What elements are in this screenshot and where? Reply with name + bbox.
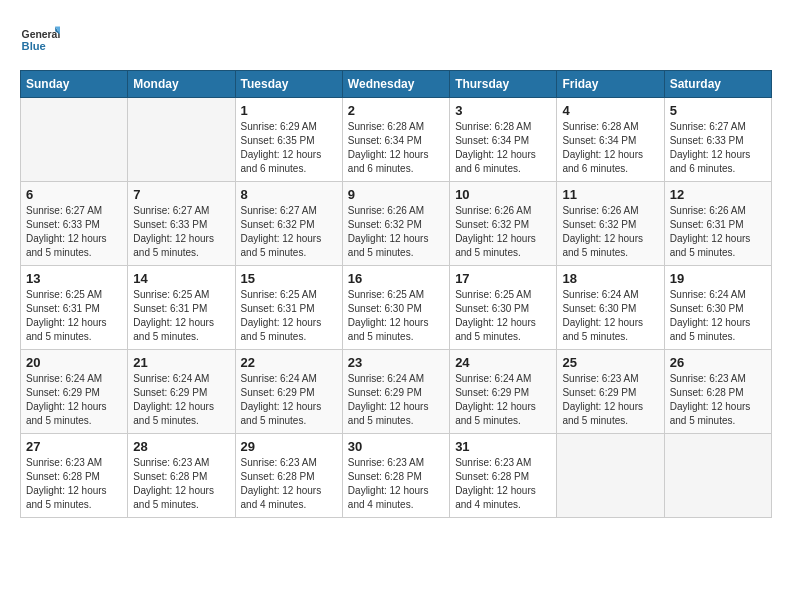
header-day-friday: Friday	[557, 71, 664, 98]
day-info: Sunrise: 6:25 AM Sunset: 6:30 PM Dayligh…	[348, 288, 444, 344]
page-header: General Blue	[20, 20, 772, 60]
day-cell	[21, 98, 128, 182]
day-cell: 1Sunrise: 6:29 AM Sunset: 6:35 PM Daylig…	[235, 98, 342, 182]
day-info: Sunrise: 6:25 AM Sunset: 6:31 PM Dayligh…	[133, 288, 229, 344]
week-row-1: 6Sunrise: 6:27 AM Sunset: 6:33 PM Daylig…	[21, 182, 772, 266]
header-day-sunday: Sunday	[21, 71, 128, 98]
day-info: Sunrise: 6:26 AM Sunset: 6:31 PM Dayligh…	[670, 204, 766, 260]
header-day-thursday: Thursday	[450, 71, 557, 98]
logo: General Blue	[20, 20, 64, 60]
day-cell: 3Sunrise: 6:28 AM Sunset: 6:34 PM Daylig…	[450, 98, 557, 182]
day-cell: 7Sunrise: 6:27 AM Sunset: 6:33 PM Daylig…	[128, 182, 235, 266]
day-cell: 9Sunrise: 6:26 AM Sunset: 6:32 PM Daylig…	[342, 182, 449, 266]
day-cell: 4Sunrise: 6:28 AM Sunset: 6:34 PM Daylig…	[557, 98, 664, 182]
day-number: 9	[348, 187, 444, 202]
day-info: Sunrise: 6:25 AM Sunset: 6:31 PM Dayligh…	[241, 288, 337, 344]
day-number: 3	[455, 103, 551, 118]
day-number: 10	[455, 187, 551, 202]
day-cell: 25Sunrise: 6:23 AM Sunset: 6:29 PM Dayli…	[557, 350, 664, 434]
day-number: 20	[26, 355, 122, 370]
day-cell: 16Sunrise: 6:25 AM Sunset: 6:30 PM Dayli…	[342, 266, 449, 350]
day-number: 27	[26, 439, 122, 454]
day-info: Sunrise: 6:24 AM Sunset: 6:29 PM Dayligh…	[455, 372, 551, 428]
day-cell: 17Sunrise: 6:25 AM Sunset: 6:30 PM Dayli…	[450, 266, 557, 350]
day-info: Sunrise: 6:28 AM Sunset: 6:34 PM Dayligh…	[562, 120, 658, 176]
day-cell: 30Sunrise: 6:23 AM Sunset: 6:28 PM Dayli…	[342, 434, 449, 518]
day-info: Sunrise: 6:23 AM Sunset: 6:28 PM Dayligh…	[133, 456, 229, 512]
day-info: Sunrise: 6:23 AM Sunset: 6:29 PM Dayligh…	[562, 372, 658, 428]
day-cell: 5Sunrise: 6:27 AM Sunset: 6:33 PM Daylig…	[664, 98, 771, 182]
day-number: 18	[562, 271, 658, 286]
day-info: Sunrise: 6:23 AM Sunset: 6:28 PM Dayligh…	[241, 456, 337, 512]
day-cell: 29Sunrise: 6:23 AM Sunset: 6:28 PM Dayli…	[235, 434, 342, 518]
day-number: 22	[241, 355, 337, 370]
day-number: 17	[455, 271, 551, 286]
day-cell: 18Sunrise: 6:24 AM Sunset: 6:30 PM Dayli…	[557, 266, 664, 350]
day-info: Sunrise: 6:25 AM Sunset: 6:31 PM Dayligh…	[26, 288, 122, 344]
day-number: 15	[241, 271, 337, 286]
day-cell: 10Sunrise: 6:26 AM Sunset: 6:32 PM Dayli…	[450, 182, 557, 266]
day-number: 28	[133, 439, 229, 454]
day-number: 5	[670, 103, 766, 118]
day-info: Sunrise: 6:24 AM Sunset: 6:29 PM Dayligh…	[241, 372, 337, 428]
day-cell: 12Sunrise: 6:26 AM Sunset: 6:31 PM Dayli…	[664, 182, 771, 266]
day-cell: 11Sunrise: 6:26 AM Sunset: 6:32 PM Dayli…	[557, 182, 664, 266]
day-cell: 31Sunrise: 6:23 AM Sunset: 6:28 PM Dayli…	[450, 434, 557, 518]
day-number: 13	[26, 271, 122, 286]
calendar-table: SundayMondayTuesdayWednesdayThursdayFrid…	[20, 70, 772, 518]
day-number: 30	[348, 439, 444, 454]
day-number: 7	[133, 187, 229, 202]
day-info: Sunrise: 6:26 AM Sunset: 6:32 PM Dayligh…	[562, 204, 658, 260]
day-info: Sunrise: 6:28 AM Sunset: 6:34 PM Dayligh…	[348, 120, 444, 176]
day-info: Sunrise: 6:27 AM Sunset: 6:33 PM Dayligh…	[670, 120, 766, 176]
day-number: 8	[241, 187, 337, 202]
day-info: Sunrise: 6:23 AM Sunset: 6:28 PM Dayligh…	[670, 372, 766, 428]
day-info: Sunrise: 6:27 AM Sunset: 6:32 PM Dayligh…	[241, 204, 337, 260]
day-cell: 26Sunrise: 6:23 AM Sunset: 6:28 PM Dayli…	[664, 350, 771, 434]
week-row-0: 1Sunrise: 6:29 AM Sunset: 6:35 PM Daylig…	[21, 98, 772, 182]
day-cell: 22Sunrise: 6:24 AM Sunset: 6:29 PM Dayli…	[235, 350, 342, 434]
day-info: Sunrise: 6:24 AM Sunset: 6:29 PM Dayligh…	[133, 372, 229, 428]
day-info: Sunrise: 6:23 AM Sunset: 6:28 PM Dayligh…	[348, 456, 444, 512]
day-number: 6	[26, 187, 122, 202]
day-info: Sunrise: 6:27 AM Sunset: 6:33 PM Dayligh…	[133, 204, 229, 260]
header-day-monday: Monday	[128, 71, 235, 98]
day-info: Sunrise: 6:24 AM Sunset: 6:29 PM Dayligh…	[26, 372, 122, 428]
day-number: 16	[348, 271, 444, 286]
header-row: SundayMondayTuesdayWednesdayThursdayFrid…	[21, 71, 772, 98]
day-number: 25	[562, 355, 658, 370]
calendar-body: 1Sunrise: 6:29 AM Sunset: 6:35 PM Daylig…	[21, 98, 772, 518]
day-cell: 6Sunrise: 6:27 AM Sunset: 6:33 PM Daylig…	[21, 182, 128, 266]
day-cell: 14Sunrise: 6:25 AM Sunset: 6:31 PM Dayli…	[128, 266, 235, 350]
day-cell	[664, 434, 771, 518]
svg-text:Blue: Blue	[22, 40, 46, 52]
day-info: Sunrise: 6:24 AM Sunset: 6:30 PM Dayligh…	[562, 288, 658, 344]
day-cell: 24Sunrise: 6:24 AM Sunset: 6:29 PM Dayli…	[450, 350, 557, 434]
calendar-header: SundayMondayTuesdayWednesdayThursdayFrid…	[21, 71, 772, 98]
day-number: 12	[670, 187, 766, 202]
day-info: Sunrise: 6:24 AM Sunset: 6:29 PM Dayligh…	[348, 372, 444, 428]
day-cell: 13Sunrise: 6:25 AM Sunset: 6:31 PM Dayli…	[21, 266, 128, 350]
day-cell	[557, 434, 664, 518]
day-info: Sunrise: 6:27 AM Sunset: 6:33 PM Dayligh…	[26, 204, 122, 260]
day-cell: 15Sunrise: 6:25 AM Sunset: 6:31 PM Dayli…	[235, 266, 342, 350]
day-cell	[128, 98, 235, 182]
day-number: 19	[670, 271, 766, 286]
day-cell: 19Sunrise: 6:24 AM Sunset: 6:30 PM Dayli…	[664, 266, 771, 350]
week-row-3: 20Sunrise: 6:24 AM Sunset: 6:29 PM Dayli…	[21, 350, 772, 434]
day-number: 29	[241, 439, 337, 454]
header-day-wednesday: Wednesday	[342, 71, 449, 98]
day-number: 31	[455, 439, 551, 454]
day-cell: 28Sunrise: 6:23 AM Sunset: 6:28 PM Dayli…	[128, 434, 235, 518]
day-cell: 27Sunrise: 6:23 AM Sunset: 6:28 PM Dayli…	[21, 434, 128, 518]
day-info: Sunrise: 6:26 AM Sunset: 6:32 PM Dayligh…	[348, 204, 444, 260]
day-info: Sunrise: 6:23 AM Sunset: 6:28 PM Dayligh…	[26, 456, 122, 512]
day-number: 24	[455, 355, 551, 370]
day-cell: 21Sunrise: 6:24 AM Sunset: 6:29 PM Dayli…	[128, 350, 235, 434]
day-cell: 23Sunrise: 6:24 AM Sunset: 6:29 PM Dayli…	[342, 350, 449, 434]
day-info: Sunrise: 6:29 AM Sunset: 6:35 PM Dayligh…	[241, 120, 337, 176]
day-info: Sunrise: 6:26 AM Sunset: 6:32 PM Dayligh…	[455, 204, 551, 260]
day-info: Sunrise: 6:24 AM Sunset: 6:30 PM Dayligh…	[670, 288, 766, 344]
day-number: 23	[348, 355, 444, 370]
logo-icon: General Blue	[20, 20, 60, 60]
